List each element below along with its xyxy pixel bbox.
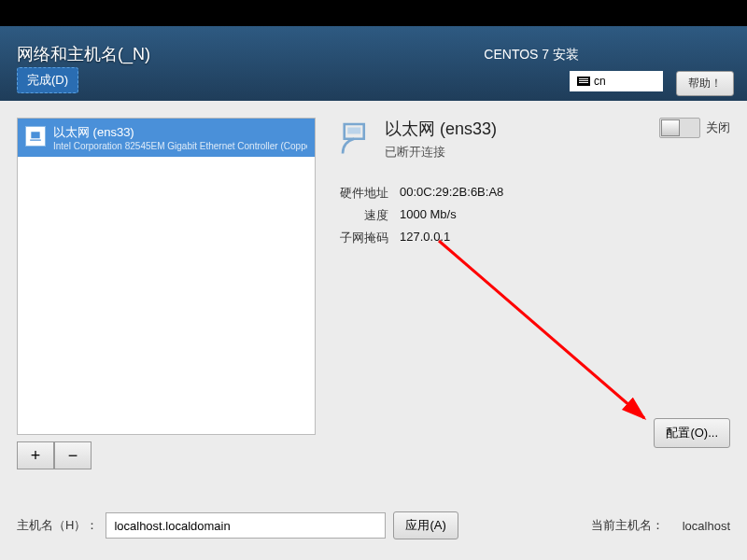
nic-info-table: 硬件地址 00:0C:29:2B:6B:A8 速度 1000 Mb/s 子网掩码…	[336, 185, 730, 246]
detail-status: 已断开连接	[385, 144, 497, 161]
configure-button[interactable]: 配置(O)...	[654, 418, 730, 448]
nic-detail-panel: 以太网 (ens33) 已断开连接 关闭 硬件地址 00:0C:29:2B:6B…	[336, 118, 730, 252]
subnet-mask-value: 127.0.0.1	[400, 230, 450, 246]
header-bar: 网络和主机名(_N) 完成(D) CENTOS 7 安装 cn 帮助！	[0, 26, 747, 101]
detail-title: 以太网 (ens33)	[385, 118, 497, 140]
ethernet-icon	[25, 126, 46, 147]
help-button[interactable]: 帮助！	[676, 71, 734, 96]
detail-header: 以太网 (ens33) 已断开连接 关闭	[336, 118, 730, 161]
hw-address-label: 硬件地址	[336, 185, 388, 202]
nic-list-item[interactable]: 以太网 (ens33) Intel Corporation 82545EM Gi…	[18, 119, 315, 157]
nic-list[interactable]: 以太网 (ens33) Intel Corporation 82545EM Gi…	[17, 118, 316, 435]
info-row-hw: 硬件地址 00:0C:29:2B:6B:A8	[336, 185, 730, 202]
body-area: 以太网 (ens33) Intel Corporation 82545EM Gi…	[0, 101, 747, 560]
nic-name: 以太网 (ens33)	[53, 124, 307, 141]
annotation-arrow	[430, 231, 672, 437]
ethernet-large-icon	[336, 118, 375, 157]
subnet-mask-label: 子网掩码	[336, 230, 388, 246]
keyboard-icon	[577, 77, 590, 86]
remove-nic-button[interactable]: −	[54, 441, 92, 469]
nic-description: Intel Corporation 82545EM Gigabit Ethern…	[53, 141, 307, 151]
keyboard-layout-label: cn	[594, 75, 606, 88]
toggle-switch[interactable]	[659, 118, 700, 138]
page-title: 网络和主机名(_N)	[17, 43, 150, 65]
speed-label: 速度	[336, 207, 388, 224]
add-nic-button[interactable]: +	[17, 441, 54, 469]
network-hostname-screen: 网络和主机名(_N) 完成(D) CENTOS 7 安装 cn 帮助！ 以太网 …	[0, 26, 747, 560]
current-hostname-label: 当前主机名：	[591, 517, 664, 534]
installer-title: CENTOS 7 安装	[484, 47, 579, 63]
done-button[interactable]: 完成(D)	[17, 67, 78, 93]
svg-line-1	[439, 241, 644, 418]
hostname-row: 主机名（H）： 应用(A) 当前主机名： localhost	[17, 511, 730, 539]
hostname-input[interactable]	[106, 512, 386, 539]
connection-toggle[interactable]: 关闭	[659, 118, 730, 138]
hw-address-value: 00:0C:29:2B:6B:A8	[400, 185, 503, 202]
current-hostname-value: localhost	[683, 519, 730, 533]
info-row-mask: 子网掩码 127.0.0.1	[336, 230, 730, 246]
speed-value: 1000 Mb/s	[400, 207, 457, 224]
hostname-label: 主机名（H）：	[17, 517, 98, 534]
nic-text: 以太网 (ens33) Intel Corporation 82545EM Gi…	[53, 124, 307, 151]
toggle-thumb	[661, 119, 680, 136]
add-remove-buttons: + −	[17, 441, 92, 469]
svg-rect-0	[347, 128, 360, 134]
apply-button[interactable]: 应用(A)	[393, 511, 458, 539]
keyboard-layout-indicator[interactable]: cn	[570, 71, 663, 91]
info-row-speed: 速度 1000 Mb/s	[336, 207, 730, 224]
toggle-label: 关闭	[706, 119, 730, 136]
